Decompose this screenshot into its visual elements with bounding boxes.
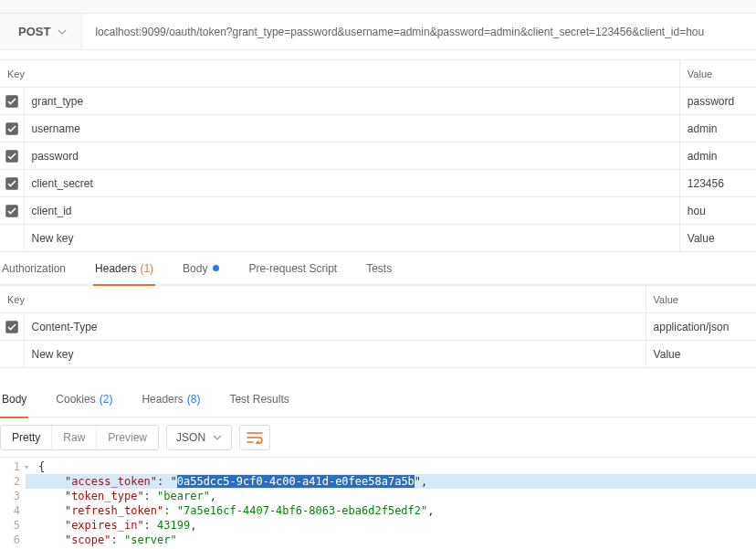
param-value[interactable]: password bbox=[679, 88, 756, 115]
param-key[interactable]: username bbox=[24, 115, 679, 143]
resp-headers-count: (8) bbox=[187, 393, 201, 406]
view-preview-button[interactable]: Preview bbox=[96, 426, 158, 449]
params-header-value: Value bbox=[679, 60, 756, 88]
http-method-select[interactable]: POST bbox=[0, 14, 82, 49]
resp-tab-headers[interactable]: Headers(8) bbox=[140, 381, 202, 417]
param-key[interactable]: client_id bbox=[24, 197, 679, 225]
line-number: 1 bbox=[0, 459, 20, 474]
param-row[interactable]: client_secret 123456 bbox=[0, 170, 756, 197]
tab-authorization[interactable]: Authorization bbox=[0, 252, 68, 285]
header-value-placeholder[interactable]: Value bbox=[646, 341, 756, 368]
view-raw-button[interactable]: Raw bbox=[51, 426, 96, 449]
code-line: "expires_in": 43199, bbox=[26, 518, 756, 533]
tab-headers[interactable]: Headers(1) bbox=[93, 252, 155, 285]
tab-body[interactable]: Body bbox=[181, 252, 221, 285]
param-key[interactable]: password bbox=[24, 143, 679, 170]
code-line: "scope": "server" bbox=[26, 533, 756, 547]
line-gutter: 1 2 3 4 5 6 7 bbox=[0, 459, 26, 549]
param-row-new[interactable]: New key Value bbox=[0, 225, 756, 252]
code-line: "access_token": "0a55dcc5-9cf0-4c00-a41d… bbox=[26, 474, 756, 489]
chevron-down-icon bbox=[213, 435, 222, 440]
cookies-count: (2) bbox=[100, 393, 113, 406]
params-header-key: Key bbox=[0, 60, 679, 88]
format-select[interactable]: JSON bbox=[166, 425, 232, 450]
resp-tab-body[interactable]: Body bbox=[0, 381, 28, 417]
url-text: localhost:9099/oauth/token?grant_type=pa… bbox=[95, 26, 704, 38]
view-mode-segment: Pretty Raw Preview bbox=[0, 425, 159, 450]
param-value-placeholder[interactable]: Value bbox=[679, 225, 756, 252]
param-checkbox[interactable] bbox=[5, 122, 18, 135]
wrap-icon bbox=[247, 431, 263, 444]
param-row[interactable]: password admin bbox=[0, 143, 756, 170]
request-tabs: Authorization Headers(1) Body Pre-reques… bbox=[0, 252, 756, 285]
param-row[interactable]: username admin bbox=[0, 115, 756, 143]
url-input[interactable]: localhost:9099/oauth/token?grant_type=pa… bbox=[82, 14, 756, 49]
header-row-new[interactable]: New key Value bbox=[0, 341, 756, 368]
view-pretty-button[interactable]: Pretty bbox=[1, 426, 51, 449]
headers-table: Key Value Content-Type application/json … bbox=[0, 285, 756, 368]
tabs-strip-placeholder bbox=[0, 0, 756, 14]
code-line: { bbox=[26, 459, 756, 474]
param-value[interactable]: admin bbox=[679, 143, 756, 170]
params-header-row: Key Value bbox=[0, 60, 756, 88]
param-row[interactable]: client_id hou bbox=[0, 197, 756, 225]
headers-header-row: Key Value bbox=[0, 286, 756, 313]
param-key-placeholder[interactable]: New key bbox=[24, 225, 679, 252]
line-number: 4 bbox=[0, 503, 20, 518]
code-line: "token_type": "bearer", bbox=[26, 489, 756, 503]
param-key[interactable]: client_secret bbox=[24, 170, 679, 197]
params-table: Key Value grant_type password username a… bbox=[0, 59, 756, 252]
url-bar: POST localhost:9099/oauth/token?grant_ty… bbox=[0, 14, 756, 50]
param-checkbox[interactable] bbox=[5, 205, 18, 217]
param-checkbox[interactable] bbox=[5, 177, 18, 190]
line-number: 2 bbox=[0, 474, 20, 489]
param-value[interactable]: 123456 bbox=[679, 170, 756, 197]
code-lines: { "access_token": "0a55dcc5-9cf0-4c00-a4… bbox=[26, 459, 756, 549]
selected-text: 0a55dcc5-9cf0-4c00-a41d-e0fee58a7a5b bbox=[177, 475, 415, 488]
line-number: 6 bbox=[0, 533, 20, 547]
tab-prerequest[interactable]: Pre-request Script bbox=[247, 252, 339, 285]
response-body[interactable]: 1 2 3 4 5 6 7 { "access_token": "0a55dcc… bbox=[0, 458, 756, 549]
headers-count: (1) bbox=[140, 262, 153, 275]
header-row[interactable]: Content-Type application/json bbox=[0, 313, 756, 341]
line-number: 5 bbox=[0, 518, 20, 533]
header-value[interactable]: application/json bbox=[646, 313, 756, 341]
param-value[interactable]: admin bbox=[679, 115, 756, 143]
header-key-placeholder[interactable]: New key bbox=[24, 341, 646, 368]
resp-tab-tests[interactable]: Test Results bbox=[227, 381, 290, 417]
header-key[interactable]: Content-Type bbox=[24, 313, 646, 341]
line-number: 3 bbox=[0, 489, 20, 503]
resp-tab-cookies[interactable]: Cookies(2) bbox=[54, 381, 114, 417]
header-checkbox[interactable] bbox=[5, 321, 18, 333]
response-tabs: Body Cookies(2) Headers(8) Test Results bbox=[0, 381, 756, 417]
code-line: "refresh_token": "7a5e16cf-4407-4bf6-806… bbox=[26, 503, 756, 518]
wrap-lines-button[interactable] bbox=[239, 425, 270, 450]
format-label: JSON bbox=[176, 431, 205, 444]
http-method-label: POST bbox=[18, 25, 50, 38]
headers-header-value: Value bbox=[646, 286, 756, 313]
param-key[interactable]: grant_type bbox=[24, 88, 679, 115]
chevron-down-icon bbox=[58, 29, 67, 35]
param-value[interactable]: hou bbox=[679, 197, 756, 225]
response-viewer-bar: Pretty Raw Preview JSON bbox=[0, 417, 756, 458]
param-row[interactable]: grant_type password bbox=[0, 88, 756, 115]
param-checkbox[interactable] bbox=[5, 150, 18, 163]
param-checkbox[interactable] bbox=[5, 95, 18, 108]
tab-tests[interactable]: Tests bbox=[364, 252, 394, 285]
headers-header-key: Key bbox=[0, 286, 646, 313]
body-dirty-dot-icon bbox=[213, 265, 219, 271]
